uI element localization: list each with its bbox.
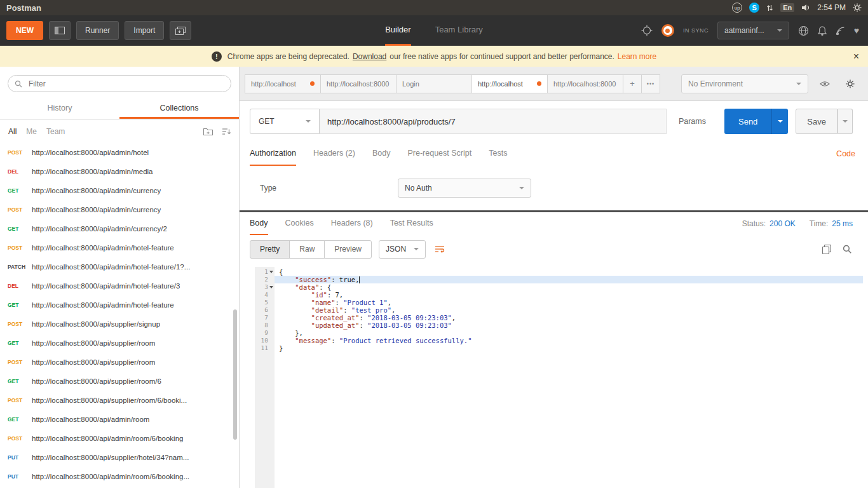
code-token: "test pro" xyxy=(351,306,391,314)
unsaved-indicator-dot xyxy=(537,81,541,86)
open-tab[interactable]: http://localhost xyxy=(471,74,548,93)
code-token: true xyxy=(339,276,355,283)
format-select[interactable]: JSON xyxy=(379,240,426,259)
request-list-item[interactable]: GEThttp://localhost:8000/api/admin/curre… xyxy=(0,181,239,200)
request-list-item[interactable]: PATCHhttp://localhost:8000/api/admin/hot… xyxy=(0,257,239,276)
request-list-item[interactable]: GEThttp://localhost:8000/api/supplier/ro… xyxy=(0,372,239,391)
close-banner-icon[interactable]: × xyxy=(853,46,859,67)
request-list-item[interactable]: GEThttp://localhost:8000/api/admin/hotel… xyxy=(0,295,239,315)
code-line[interactable]: "id": 7, xyxy=(275,291,863,299)
auth-type-select[interactable]: No Auth xyxy=(398,179,531,198)
copy-button[interactable] xyxy=(822,245,831,254)
skype-icon[interactable]: S xyxy=(749,3,759,13)
request-list-item[interactable]: POSThttp://localhost:8000/api/supplier/s… xyxy=(0,315,239,334)
save-button[interactable]: Save xyxy=(796,109,837,134)
request-list-item[interactable]: POSThttp://localhost:8000/api/supplier/r… xyxy=(0,353,239,372)
params-button[interactable]: Params xyxy=(667,109,718,134)
request-list-item[interactable]: GEThttp://localhost:8000/api/admin/room xyxy=(0,410,239,429)
request-list-item[interactable]: PUThttp://localhost:8000/api/admin/room/… xyxy=(0,467,239,486)
capture-requests-icon[interactable] xyxy=(641,25,653,36)
request-tab-pre-request-script[interactable]: Pre-request Script xyxy=(407,142,471,166)
code-line[interactable]: "updated_at": "2018-03-05 09:23:03" xyxy=(275,322,863,329)
response-tab-body[interactable]: Body xyxy=(250,212,268,235)
tab-collections[interactable]: Collections xyxy=(119,98,239,119)
nav-builder[interactable]: Builder xyxy=(385,15,410,46)
request-tab-tests[interactable]: Tests xyxy=(489,142,507,166)
response-tab-cookies[interactable]: Cookies xyxy=(285,212,314,235)
keyboard-indicator[interactable]: En xyxy=(780,3,794,12)
method-select[interactable]: GET xyxy=(250,109,320,134)
save-options-button[interactable] xyxy=(837,109,853,134)
code-line[interactable]: "name": "Product 1", xyxy=(275,299,863,306)
clock[interactable]: 2:54 PM xyxy=(817,3,846,12)
view-mode-preview[interactable]: Preview xyxy=(324,240,372,259)
fold-toggle-icon[interactable] xyxy=(268,283,275,291)
request-tab-authorization[interactable]: Authorization xyxy=(250,142,296,166)
open-tab[interactable]: http://localhost:8000 xyxy=(320,74,397,93)
heart-icon[interactable]: ♥ xyxy=(854,26,859,35)
code-line[interactable]: }, xyxy=(275,329,863,337)
tab-history[interactable]: History xyxy=(0,98,119,119)
request-list-item[interactable]: POSThttp://localhost:8000/api/admin/hote… xyxy=(0,143,239,162)
code-line[interactable]: "data": { xyxy=(275,283,863,291)
more-tabs-button[interactable]: ••• xyxy=(641,74,660,93)
request-list-item[interactable]: GEThttp://localhost:8000/api/supplier/ro… xyxy=(0,334,239,353)
account-menu[interactable]: aatmaninf... xyxy=(717,22,789,39)
request-list-item[interactable]: PUThttp://localhost:8000/api/supplier/ho… xyxy=(0,448,239,467)
request-list-item[interactable]: GEThttp://localhost:8000/api/admin/curre… xyxy=(0,219,239,238)
request-list-item[interactable]: DELhttp://localhost:8000/api/admin/media xyxy=(0,162,239,181)
sync-status-icon[interactable] xyxy=(661,24,674,37)
code-line[interactable]: "created_at": "2018-03-05 09:23:03", xyxy=(275,314,863,322)
notifications-bell-icon[interactable] xyxy=(818,26,827,36)
download-link[interactable]: Download xyxy=(353,52,386,61)
scope-team[interactable]: Team xyxy=(46,127,65,136)
url-input[interactable] xyxy=(320,109,667,134)
sidebar-scrollbar[interactable] xyxy=(233,309,237,440)
response-tab-headers-8[interactable]: Headers (8) xyxy=(331,212,373,235)
request-tab-headers-2[interactable]: Headers (2) xyxy=(313,142,355,166)
request-tab-body[interactable]: Body xyxy=(372,142,391,166)
new-collection-icon[interactable] xyxy=(203,127,213,135)
request-list-item[interactable]: POSThttp://localhost:8000/api/admin/curr… xyxy=(0,200,239,219)
send-options-button[interactable] xyxy=(771,109,788,134)
scope-me[interactable]: Me xyxy=(26,127,37,136)
response-tab-test-results[interactable]: Test Results xyxy=(390,212,433,235)
learn-more-link[interactable]: Learn more xyxy=(618,52,656,61)
code-line[interactable]: "success": true, xyxy=(275,276,863,283)
code-line[interactable]: "message": "Product retrieved successful… xyxy=(275,337,863,344)
wrap-text-button[interactable] xyxy=(435,245,445,253)
code-link[interactable]: Code xyxy=(836,149,855,158)
scope-all[interactable]: All xyxy=(8,127,17,136)
open-tab[interactable]: Login xyxy=(396,74,472,93)
network-arrows-icon[interactable] xyxy=(766,4,773,11)
volume-icon[interactable] xyxy=(801,4,810,11)
session-gear-icon[interactable] xyxy=(853,3,862,12)
send-button[interactable]: Send xyxy=(724,109,771,134)
fold-toggle-icon[interactable] xyxy=(268,268,275,276)
add-tab-button[interactable]: + xyxy=(623,74,642,93)
request-list-item[interactable]: POSThttp://localhost:8000/api/admin/room… xyxy=(0,429,239,448)
globe-icon[interactable] xyxy=(798,25,809,36)
request-list-item[interactable]: POSThttp://localhost:8000/api/supplier/r… xyxy=(0,391,239,410)
view-mode-raw[interactable]: Raw xyxy=(289,240,325,259)
code-token: : xyxy=(336,299,344,306)
code-line[interactable]: } xyxy=(275,344,863,352)
request-url-label: http://localhost:8000/api/admin/hotel-fe… xyxy=(32,263,190,271)
system-tray: up S En 2:54 PM xyxy=(732,3,862,13)
open-tab[interactable]: http://localhost:8000 xyxy=(547,74,623,93)
environment-select[interactable]: No Environment xyxy=(681,74,808,93)
view-mode-pretty[interactable]: Pretty xyxy=(250,240,290,259)
code-line[interactable]: { xyxy=(275,268,863,276)
ubuntu-one-icon[interactable]: up xyxy=(732,3,742,13)
open-tab[interactable]: http://localhost xyxy=(245,74,321,93)
nav-team-library[interactable]: Team Library xyxy=(435,15,483,46)
environment-preview-button[interactable] xyxy=(816,75,834,93)
environment-settings-button[interactable] xyxy=(841,75,859,93)
code-line[interactable]: "detail": "test pro", xyxy=(275,306,863,314)
request-list-item[interactable]: POSThttp://localhost:8000/api/admin/hote… xyxy=(0,238,239,257)
search-response-button[interactable] xyxy=(843,245,851,254)
request-list-item[interactable]: DELhttp://localhost:8000/api/admin/hotel… xyxy=(0,276,239,295)
interceptor-icon[interactable] xyxy=(836,26,845,36)
sort-icon[interactable] xyxy=(222,128,231,135)
filter-input[interactable] xyxy=(8,75,231,92)
